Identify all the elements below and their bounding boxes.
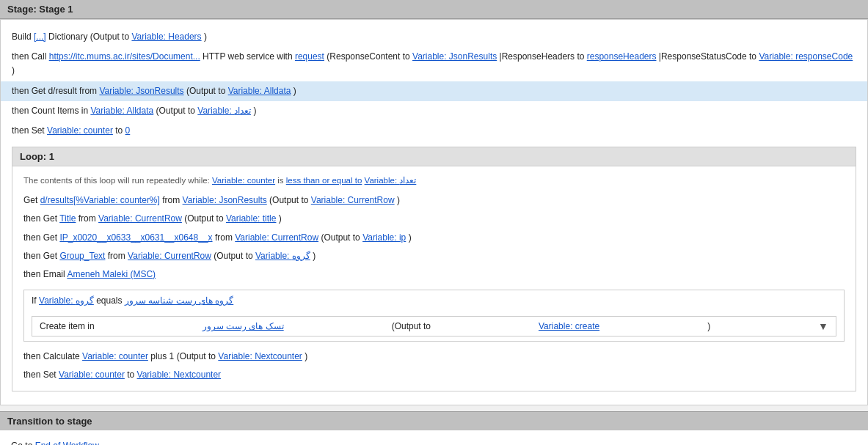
responsecode-link[interactable]: Variable: responseCode: [759, 51, 853, 62]
loop-container: Loop: 1 The contents of this loop will r…: [12, 147, 856, 391]
request-link[interactable]: request: [295, 51, 324, 62]
loop-header: Loop: 1: [12, 147, 856, 166]
headers-link[interactable]: Variable: Headers: [131, 32, 201, 42]
call-step: then Call https://itc.mums.ac.ir/sites/D…: [12, 47, 856, 81]
goto-step: Go to End of Workflow: [11, 436, 857, 445]
counter-calc-link[interactable]: Variable: counter: [82, 351, 148, 361]
stage-header: Stage: Stage 1: [0, 0, 868, 19]
if-header: If Variable: گروه equals گروه های رست شن…: [24, 290, 844, 312]
counter-link[interactable]: Variable: counter: [47, 125, 113, 136]
counter-set-link[interactable]: Variable: counter: [59, 369, 125, 380]
loop-set-step: then Set Variable: counter to Variable: …: [23, 366, 845, 384]
title-link[interactable]: Title: [59, 213, 76, 224]
currentrow-link2[interactable]: Variable: CurrentRow: [98, 213, 182, 224]
jsonresults-link3[interactable]: Variable: JsonResults: [183, 195, 267, 205]
ip-var-link[interactable]: Variable: ip: [362, 232, 406, 243]
loop-description: The contents of this loop will run repea…: [23, 172, 845, 191]
nextcounter-link[interactable]: Variable: Nextcounter: [218, 351, 302, 361]
tedad-link[interactable]: Variable: تعداد: [197, 106, 251, 116]
responseheaders-link[interactable]: responseHeaders: [587, 51, 657, 62]
results-counter-link[interactable]: d/results[%Variable: counter%]: [40, 195, 160, 205]
loop-body: The contents of this loop will run repea…: [12, 166, 856, 391]
currentrow-link3[interactable]: Variable: CurrentRow: [235, 232, 318, 243]
loop-email-step: then Email Ameneh Maleki (MSC): [23, 265, 845, 284]
nextcounter-set-link[interactable]: Variable: Nextcounter: [137, 369, 222, 380]
build-link[interactable]: [...]: [34, 32, 46, 42]
count-step: then Count Items in Variable: Alldata (O…: [12, 101, 856, 121]
alldata-link2[interactable]: Variable: Alldata: [90, 106, 153, 116]
create-item-row: Create item in تسک های رست سرور (Output …: [32, 316, 836, 336]
group-if-link[interactable]: Variable: گروه: [39, 295, 94, 306]
loop-calc-step: then Calculate Variable: counter plus 1 …: [23, 347, 845, 366]
alldata-link[interactable]: Variable: Alldata: [228, 86, 291, 96]
less-than-equal-link[interactable]: less than or equal to: [286, 176, 362, 185]
counter-cond-link[interactable]: Variable: counter: [212, 176, 275, 185]
create-list-link[interactable]: تسک های رست سرور: [203, 321, 284, 331]
loop-get2-step: Get d/results[%Variable: counter%] from …: [23, 191, 845, 210]
if-container: If Variable: گروه equals گروه های رست شن…: [23, 290, 845, 342]
group-text-link[interactable]: Group_Text: [59, 251, 105, 261]
currentrow-link4[interactable]: Variable: CurrentRow: [128, 251, 211, 261]
if-body: Create item in تسک های رست سرور (Output …: [24, 312, 844, 341]
jsonresults-link[interactable]: Variable: JsonResults: [412, 51, 497, 62]
group-var-link[interactable]: Variable: گروه: [255, 251, 310, 261]
get1-step: then Get d/result from Variable: JsonRes…: [1, 81, 867, 101]
tedad-cond-link[interactable]: Variable: تعداد: [365, 176, 417, 185]
create-var-link[interactable]: Variable: create: [539, 321, 599, 331]
jsonresults-link2[interactable]: Variable: JsonResults: [99, 86, 183, 96]
group-value-link[interactable]: گروه های رست شناسه سرور: [125, 295, 233, 306]
loop-get3-step: then Get Title from Variable: CurrentRow…: [23, 210, 845, 228]
title-var-link[interactable]: Variable: title: [226, 213, 276, 224]
transition-body: Go to End of Workflow: [0, 430, 868, 445]
currentrow-link[interactable]: Variable: CurrentRow: [311, 195, 395, 205]
loop-get5-step: then Get Group_Text from Variable: Curre…: [23, 247, 845, 265]
end-of-workflow-link[interactable]: End of Workflow: [35, 441, 99, 445]
dropdown-arrow-icon[interactable]: ▼: [818, 320, 828, 332]
transition-header: Transition to stage: [0, 411, 868, 430]
build-step: Build [...] Dictionary (Output to Variab…: [12, 27, 856, 47]
set-step: then Set Variable: counter to 0: [12, 121, 856, 141]
url-link[interactable]: https://itc.mums.ac.ir/sites/Document...: [49, 51, 200, 62]
email-link[interactable]: Ameneh Maleki (MSC): [67, 269, 156, 279]
loop-get4-step: then Get IP_x0020__x0633__x0631__x0648__…: [23, 229, 845, 247]
zero-link[interactable]: 0: [125, 125, 131, 136]
ip-link[interactable]: IP_x0020__x0633__x0631__x0648__x: [59, 232, 212, 243]
